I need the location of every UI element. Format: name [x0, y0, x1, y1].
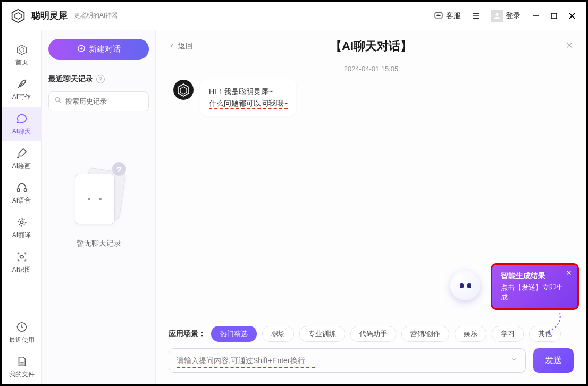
tooltip-subtitle: 点击【发送】立即生成	[501, 283, 569, 302]
assistant-message: HI！我是聪明灵犀~ 什么问题都可以问我哦~	[173, 79, 569, 116]
nav-label: 我的文件	[9, 370, 35, 379]
back-button[interactable]: 返回	[169, 41, 193, 51]
search-wrap[interactable]	[48, 91, 149, 111]
headphones-icon	[15, 181, 28, 194]
new-chat-button[interactable]: 新建对话	[48, 39, 149, 60]
nav-chat[interactable]: AI聊天	[2, 107, 41, 141]
scenario-chips: 热门精选 职场 专业训练 代码助手 营销/创作 娱乐 学习 其他	[211, 326, 561, 342]
send-button[interactable]: 发送	[533, 348, 574, 373]
svg-point-9	[495, 13, 498, 15]
greeting-line-2: 什么问题都可以问我哦~	[209, 99, 288, 109]
greeting-line-1: HI！我是聪明灵犀~	[209, 86, 288, 97]
history-title: 最近聊天记录 ?	[48, 74, 149, 84]
app-name: 聪明灵犀	[31, 10, 68, 22]
home-icon	[15, 43, 28, 56]
svg-point-19	[20, 221, 23, 224]
input-highlight	[177, 367, 315, 368]
chip-code[interactable]: 代码助手	[350, 326, 396, 342]
svg-point-30	[173, 80, 194, 100]
svg-rect-18	[24, 189, 26, 192]
chat-main: 返回 【AI聊天对话】 2024-04-01 15:05 HI！我是聪明灵犀~ …	[156, 30, 586, 384]
maximize-button[interactable]	[548, 10, 560, 22]
close-panel-button[interactable]	[565, 40, 574, 52]
nav-label: 最近使用	[9, 335, 35, 345]
svg-line-27	[59, 101, 61, 103]
prompt-input[interactable]	[177, 356, 510, 365]
scan-icon	[15, 250, 28, 263]
minimize-button[interactable]	[530, 10, 542, 22]
history-empty: ? 暂无聊天记录	[48, 164, 149, 248]
chat-icon	[15, 112, 28, 125]
svg-point-4	[438, 15, 439, 16]
chevron-down-icon[interactable]	[510, 356, 518, 365]
nav-writing[interactable]: AI写作	[2, 72, 41, 107]
scenario-row: 应用场景： 热门精选 职场 专业训练 代码助手 营销/创作 娱乐 学习 其他	[156, 326, 586, 342]
close-button[interactable]	[566, 10, 578, 22]
arrow-hint-icon	[539, 310, 565, 337]
chevron-left-icon	[169, 42, 175, 51]
nav-home[interactable]: 首页	[2, 38, 41, 72]
svg-rect-11	[551, 13, 557, 19]
svg-point-3	[437, 15, 438, 16]
hint-tooltip: 智能生成结果 点击【发送】立即生成	[491, 263, 579, 310]
user-avatar-icon	[491, 10, 503, 22]
message-bubble: HI！我是聪明灵犀~ 什么问题都可以问我哦~	[200, 79, 296, 116]
nav-label: AI识图	[12, 265, 31, 274]
tooltip-close-button[interactable]	[566, 269, 572, 278]
page-title: 【AI聊天对话】	[330, 38, 412, 54]
app-header: 聪明灵犀 更聪明的AI神器 客服 登录	[2, 2, 586, 30]
translate-icon	[15, 216, 28, 229]
clock-icon	[15, 321, 28, 333]
search-icon	[54, 96, 62, 106]
help-icon[interactable]: ?	[96, 75, 105, 83]
nav-label: AI聊天	[12, 127, 31, 136]
feather-icon	[15, 78, 28, 90]
svg-point-5	[440, 15, 441, 16]
chip-pro[interactable]: 专业训练	[299, 326, 345, 342]
svg-marker-14	[17, 45, 26, 55]
chat-bubble-icon	[433, 11, 444, 21]
nav-voice[interactable]: AI语音	[2, 176, 41, 211]
assistant-float-icon[interactable]	[450, 271, 480, 300]
svg-rect-17	[17, 189, 19, 192]
empty-illustration-icon: ?	[70, 164, 128, 228]
support-label: 客服	[446, 11, 461, 21]
nav-label: AI翻译	[12, 231, 31, 240]
nav-label: AI写作	[12, 93, 31, 102]
login-button[interactable]: 登录	[488, 7, 524, 24]
nav-label: AI绘画	[12, 162, 31, 171]
tooltip-title: 智能生成结果	[501, 271, 569, 281]
plus-circle-icon	[77, 44, 86, 54]
back-label: 返回	[178, 41, 193, 51]
svg-marker-1	[15, 12, 21, 19]
empty-text: 暂无聊天记录	[77, 239, 121, 248]
chip-fun[interactable]: 娱乐	[455, 326, 486, 342]
assistant-avatar-icon	[173, 79, 194, 100]
new-chat-label: 新建对话	[89, 44, 121, 54]
history-panel: 新建对话 最近聊天记录 ? ? 暂无聊天记录	[42, 30, 156, 384]
svg-marker-15	[19, 47, 23, 53]
chip-work[interactable]: 职场	[262, 326, 294, 342]
sidebar-nav: 首页 AI写作 AI聊天 AI绘画 AI语音 AI翻译 AI识图 最	[2, 30, 42, 384]
chip-study[interactable]: 学习	[492, 326, 524, 342]
search-input[interactable]	[65, 97, 155, 105]
nav-translate[interactable]: AI翻译	[2, 211, 41, 245]
nav-paint[interactable]: AI绘画	[2, 141, 41, 176]
menu-icon[interactable]	[471, 11, 481, 21]
app-logo-icon	[10, 8, 26, 24]
svg-marker-0	[12, 9, 24, 22]
chip-marketing[interactable]: 营销/创作	[401, 326, 449, 342]
timestamp: 2024-04-01 15:05	[173, 65, 569, 73]
nav-recent[interactable]: 最近使用	[2, 315, 41, 350]
nav-label: AI语音	[12, 196, 31, 205]
input-row: 发送	[156, 348, 586, 384]
send-label: 发送	[545, 355, 562, 366]
nav-vision[interactable]: AI识图	[2, 245, 41, 280]
app-tagline: 更聪明的AI神器	[74, 11, 118, 20]
input-wrap[interactable]	[169, 348, 526, 373]
chip-hot[interactable]: 热门精选	[211, 326, 257, 342]
nav-label: 首页	[15, 58, 28, 67]
brush-icon	[15, 147, 28, 160]
nav-files[interactable]: 我的文件	[2, 350, 41, 384]
support-button[interactable]: 客服	[430, 9, 464, 23]
